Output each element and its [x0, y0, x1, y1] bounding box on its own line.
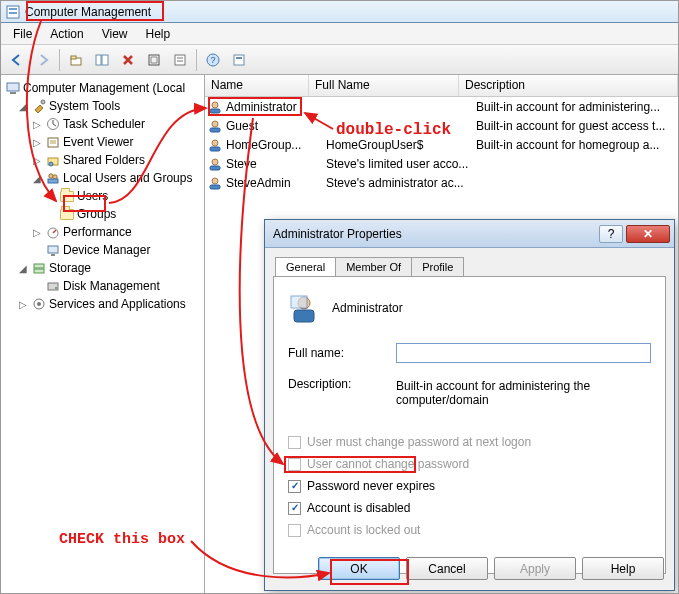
expand-icon[interactable]: ▷ [31, 155, 43, 166]
cancel-button[interactable]: Cancel [406, 557, 488, 580]
cell-description: Built-in account for guest access t... [476, 119, 678, 133]
tab-general[interactable]: General [275, 257, 336, 276]
menu-help[interactable]: Help [138, 24, 179, 44]
expand-icon[interactable]: ▷ [31, 227, 43, 238]
user-row[interactable]: GuestBuilt-in account for guest access t… [205, 116, 678, 135]
toolbar-forward-icon[interactable] [31, 48, 55, 72]
user-icon [207, 137, 223, 153]
toolbar-up-icon[interactable] [64, 48, 88, 72]
tree-local-users[interactable]: ◢ Local Users and Groups [3, 169, 202, 187]
close-icon[interactable]: ✕ [626, 225, 670, 243]
window-titlebar: Computer Management [1, 1, 678, 23]
svg-point-15 [41, 100, 45, 104]
svg-rect-22 [48, 179, 58, 183]
toolbar-panes-icon[interactable] [90, 48, 114, 72]
cell-description: Built-in account for homegroup a... [476, 138, 678, 152]
cell-name: Administrator [226, 100, 326, 114]
col-name[interactable]: Name [205, 75, 309, 96]
user-row[interactable]: HomeGroup...HomeGroupUser$Built-in accou… [205, 135, 678, 154]
user-row[interactable]: AdministratorBuilt-in account for admini… [205, 97, 678, 116]
tree-root[interactable]: Computer Management (Local [3, 79, 202, 97]
help-icon[interactable]: ? [599, 225, 623, 243]
svg-rect-4 [71, 56, 76, 59]
collapse-icon[interactable]: ◢ [31, 173, 43, 184]
col-description[interactable]: Description [459, 75, 678, 96]
computer-icon [5, 80, 21, 96]
cell-fullname: Steve's administrator ac... [326, 176, 476, 190]
toolbar-delete-icon[interactable] [116, 48, 140, 72]
svg-rect-5 [96, 55, 101, 65]
menu-action[interactable]: Action [42, 24, 91, 44]
checkbox-must-change [288, 436, 301, 449]
col-full[interactable]: Full Name [309, 75, 459, 96]
svg-rect-43 [294, 310, 314, 322]
tab-member-of[interactable]: Member Of [335, 257, 412, 276]
device-icon [45, 242, 61, 258]
toolbar: ? [1, 45, 678, 75]
tree-label: Users [77, 189, 108, 203]
tree-services[interactable]: ▷ Services and Applications [3, 295, 202, 313]
tree-groups[interactable]: Groups [3, 205, 202, 223]
toolbar-extra-icon[interactable] [227, 48, 251, 72]
menu-file[interactable]: File [5, 24, 40, 44]
user-row[interactable]: SteveAdminSteve's administrator ac... [205, 173, 678, 192]
tree-device-manager[interactable]: Device Manager [3, 241, 202, 259]
full-name-label: Full name: [288, 346, 396, 360]
users-group-icon [45, 170, 61, 186]
tree-storage[interactable]: ◢ Storage [3, 259, 202, 277]
expand-icon[interactable]: ▷ [31, 137, 43, 148]
help-button[interactable]: Help [582, 557, 664, 580]
collapse-icon[interactable]: ◢ [17, 101, 29, 112]
tree-disk-management[interactable]: Disk Management [3, 277, 202, 295]
window-title: Computer Management [25, 5, 151, 19]
user-row[interactable]: SteveSteve's limited user acco... [205, 154, 678, 173]
menu-view[interactable]: View [94, 24, 136, 44]
ok-button[interactable]: OK [318, 557, 400, 580]
tab-panel-general: Administrator Full name: Description: Bu… [273, 276, 666, 574]
dialog-titlebar[interactable]: Administrator Properties ? ✕ [265, 220, 674, 248]
perf-icon [45, 224, 61, 240]
collapse-icon[interactable]: ◢ [17, 263, 29, 274]
dialog-button-row: OK Cancel Apply Help [318, 557, 664, 580]
disk-icon [45, 278, 61, 294]
dialog-heading: Administrator [332, 301, 403, 315]
expand-icon[interactable]: ▷ [17, 299, 29, 310]
toolbar-back-icon[interactable] [5, 48, 29, 72]
expand-icon[interactable]: ▷ [31, 119, 43, 130]
full-name-input[interactable] [396, 343, 651, 363]
svg-point-32 [212, 102, 218, 108]
cell-name: SteveAdmin [226, 176, 326, 190]
svg-point-40 [212, 178, 218, 184]
toolbar-help-icon[interactable]: ? [201, 48, 225, 72]
svg-rect-6 [102, 55, 108, 65]
tree-label: Performance [63, 225, 132, 239]
tree-label: Storage [49, 261, 91, 275]
folder-icon [59, 206, 75, 222]
toolbar-refresh-icon[interactable] [142, 48, 166, 72]
menu-bar: File Action View Help [1, 23, 678, 45]
tree-shared-folders[interactable]: ▷ Shared Folders [3, 151, 202, 169]
checkbox-label: Account is locked out [307, 523, 420, 537]
tree-task-scheduler[interactable]: ▷ Task Scheduler [3, 115, 202, 133]
checkbox-account-disabled[interactable] [288, 502, 301, 515]
svg-rect-2 [9, 12, 17, 14]
tools-icon [31, 98, 47, 114]
checkbox-never-expires[interactable] [288, 480, 301, 493]
tree-system-tools[interactable]: ◢ System Tools [3, 97, 202, 115]
clock-icon [45, 116, 61, 132]
checkbox-label: Account is disabled [307, 501, 410, 515]
description-label: Description: [288, 377, 396, 391]
checkbox-cannot-change [288, 458, 301, 471]
tree-label: Task Scheduler [63, 117, 145, 131]
apply-button[interactable]: Apply [494, 557, 576, 580]
tree-users[interactable]: Users [3, 187, 202, 205]
toolbar-properties-icon[interactable] [168, 48, 192, 72]
svg-rect-33 [210, 109, 220, 113]
svg-rect-8 [175, 55, 185, 65]
tree-event-viewer[interactable]: ▷ Event Viewer [3, 133, 202, 151]
svg-rect-45 [291, 296, 307, 308]
user-icon [207, 175, 223, 191]
tab-profile[interactable]: Profile [411, 257, 464, 276]
svg-point-34 [212, 121, 218, 127]
tree-performance[interactable]: ▷ Performance [3, 223, 202, 241]
